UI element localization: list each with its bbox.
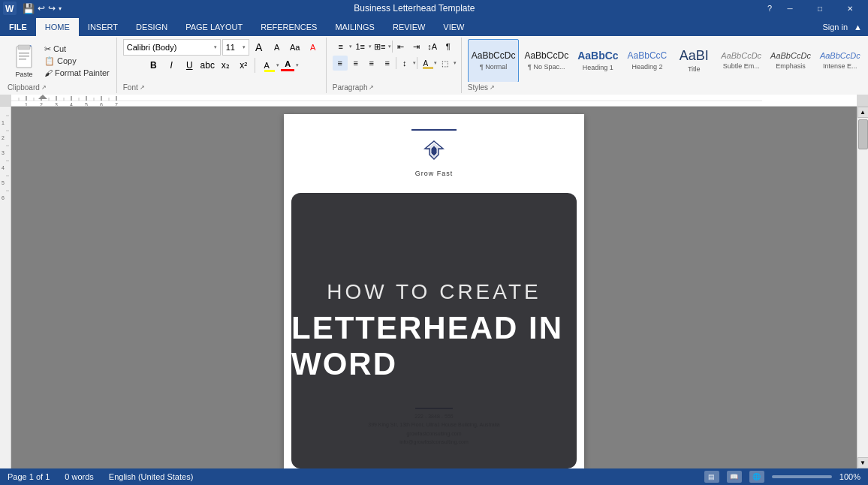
shading-btn[interactable]: A bbox=[418, 56, 433, 71]
paragraph-group: ≡ ▾ 1≡ ▾ ⊞≡ ▾ ⇤ ⇥ ↕A ¶ ≡ ≡ ≡ ≡ ↕ ▾ bbox=[328, 38, 462, 93]
ribbon-content: Paste ✂ Cut 📋 Copy 🖌 Format Painter Clip… bbox=[0, 36, 868, 95]
bullets-dropdown-icon[interactable]: ▾ bbox=[349, 44, 352, 50]
superscript-button[interactable]: x² bbox=[235, 57, 252, 74]
save-icon[interactable]: 💾 bbox=[23, 3, 35, 14]
style-emphasis[interactable]: AaBbCcDc Emphasis bbox=[767, 39, 815, 82]
print-layout-btn[interactable]: ▤ bbox=[704, 471, 719, 483]
tab-page-layout[interactable]: PAGE LAYOUT bbox=[176, 18, 252, 36]
tab-insert[interactable]: INSERT bbox=[79, 18, 127, 36]
tab-home[interactable]: HOME bbox=[36, 18, 79, 36]
font-color-btn[interactable]: A bbox=[281, 59, 294, 71]
title-bar-left: W 💾 ↩ ↪ ▾ bbox=[6, 3, 62, 14]
close-btn[interactable]: ✕ bbox=[838, 0, 862, 17]
sign-in-link[interactable]: Sign in bbox=[822, 23, 848, 32]
underline-button[interactable]: U bbox=[181, 57, 197, 74]
undo-icon[interactable]: ↩ bbox=[38, 3, 45, 14]
help-icon[interactable]: ? bbox=[767, 4, 772, 13]
styles-container: AaBbCcDc ¶ Normal AaBbCcDc ¶ No Spac... … bbox=[468, 39, 868, 82]
highlight-btn[interactable]: A bbox=[258, 57, 275, 74]
font-grow-btn[interactable]: A bbox=[251, 39, 267, 56]
divider bbox=[255, 58, 255, 73]
svg-text:5: 5 bbox=[85, 102, 88, 106]
line-spacing-btn[interactable]: ↕ bbox=[397, 56, 412, 71]
tab-references[interactable]: REFERENCES bbox=[252, 18, 326, 36]
style-normal[interactable]: AaBbCcDc ¶ Normal bbox=[468, 39, 520, 82]
font-dropdown-arrow[interactable]: ▾ bbox=[214, 44, 217, 50]
strikethrough-button[interactable]: abc bbox=[199, 57, 215, 74]
font-color-dropdown-arrow[interactable]: ▾ bbox=[296, 62, 299, 68]
zoom-slider[interactable] bbox=[772, 475, 832, 478]
tab-review[interactable]: REVIEW bbox=[384, 18, 434, 36]
justify-btn[interactable]: ≡ bbox=[380, 56, 395, 71]
svg-text:1: 1 bbox=[2, 120, 5, 125]
multilevel-dropdown-icon[interactable]: ▾ bbox=[388, 44, 391, 50]
font-size-dropdown-arrow[interactable]: ▾ bbox=[243, 44, 246, 50]
numbering-dropdown-icon[interactable]: ▾ bbox=[369, 44, 372, 50]
cut-button[interactable]: ✂ Cut bbox=[42, 44, 112, 55]
style-title[interactable]: AaBI Title bbox=[672, 39, 716, 82]
increase-indent-btn[interactable]: ⇥ bbox=[409, 39, 424, 54]
highlight-dropdown-arrow[interactable]: ▾ bbox=[276, 62, 279, 68]
shading-dropdown-icon[interactable]: ▾ bbox=[434, 60, 437, 66]
paste-button[interactable]: Paste bbox=[8, 40, 41, 82]
font-name-selector[interactable]: Calibri (Body) ▾ bbox=[123, 39, 221, 56]
font-shrink-btn[interactable]: A bbox=[269, 39, 285, 56]
minimize-btn[interactable]: ─ bbox=[778, 0, 802, 17]
style-subtitle[interactable]: AaBbCcDc Subtle Em... bbox=[717, 39, 765, 82]
sort-btn[interactable]: ↕A bbox=[425, 39, 440, 54]
format-painter-button[interactable]: 🖌 Format Painter bbox=[42, 68, 112, 78]
font-size-selector[interactable]: 11 ▾ bbox=[222, 39, 249, 56]
overlay-line2: LETTERHEAD IN WORD bbox=[291, 310, 577, 382]
qat-dropdown-icon[interactable]: ▾ bbox=[59, 5, 62, 12]
font-expand-icon[interactable]: ↗ bbox=[140, 84, 145, 91]
copy-button[interactable]: 📋 Copy bbox=[42, 56, 112, 67]
status-right: ▤ 📖 🌐 100% bbox=[704, 471, 860, 483]
tab-design[interactable]: DESIGN bbox=[127, 18, 176, 36]
overlay-banner: HOW TO CREATE LETTERHEAD IN WORD bbox=[291, 193, 577, 468]
italic-button[interactable]: I bbox=[163, 57, 179, 74]
maximize-btn[interactable]: □ bbox=[808, 0, 832, 17]
font-format-row: B I U abc x₂ x² A ▾ A ▾ bbox=[145, 57, 299, 74]
tab-view[interactable]: VIEW bbox=[434, 18, 473, 36]
zoom-level: 100% bbox=[839, 472, 860, 481]
styles-expand-icon[interactable]: ↗ bbox=[490, 84, 495, 91]
borders-dropdown-icon[interactable]: ▾ bbox=[454, 60, 457, 66]
bold-button[interactable]: B bbox=[145, 57, 161, 74]
clipboard-expand-icon[interactable]: ↗ bbox=[41, 84, 47, 91]
paragraph-expand-icon[interactable]: ↗ bbox=[369, 84, 374, 91]
style-heading2-label: Heading 2 bbox=[631, 63, 662, 71]
web-layout-btn[interactable]: 🌐 bbox=[749, 471, 764, 483]
clear-format-btn[interactable]: A bbox=[305, 39, 321, 56]
style-no-spacing[interactable]: AaBbCcDc ¶ No Spac... bbox=[520, 39, 572, 82]
scroll-thumb[interactable] bbox=[858, 119, 868, 149]
cut-icon: ✂ bbox=[44, 44, 51, 54]
redo-icon[interactable]: ↪ bbox=[48, 3, 56, 14]
bullets-btn[interactable]: ≡ bbox=[333, 39, 348, 54]
language-info: English (United States) bbox=[109, 472, 194, 481]
company-logo bbox=[420, 138, 448, 165]
align-center-btn[interactable]: ≡ bbox=[348, 56, 363, 71]
style-no-spacing-label: ¶ No Spac... bbox=[528, 63, 565, 71]
scroll-down-btn[interactable]: ▼ bbox=[857, 457, 869, 468]
svg-text:4: 4 bbox=[2, 165, 5, 170]
ribbon-collapse-btn[interactable]: ▲ bbox=[854, 23, 862, 32]
style-heading1[interactable]: AaBbCc Heading 1 bbox=[574, 39, 622, 82]
numbering-btn[interactable]: 1≡ bbox=[353, 39, 368, 54]
align-right-btn[interactable]: ≡ bbox=[364, 56, 379, 71]
decrease-indent-btn[interactable]: ⇤ bbox=[393, 39, 408, 54]
tab-file[interactable]: FILE bbox=[0, 18, 36, 36]
show-hide-btn[interactable]: ¶ bbox=[441, 39, 456, 54]
subscript-button[interactable]: x₂ bbox=[217, 57, 234, 74]
read-mode-btn[interactable]: 📖 bbox=[727, 471, 742, 483]
style-heading2[interactable]: AaBbCcC Heading 2 bbox=[624, 39, 671, 82]
multilevel-btn[interactable]: ⊞≡ bbox=[372, 39, 387, 54]
paragraph-row2: ≡ ≡ ≡ ≡ ↕ ▾ A ▾ ⬚ ▾ bbox=[333, 56, 457, 71]
font-case-btn[interactable]: Aa bbox=[287, 39, 303, 56]
scroll-up-btn[interactable]: ▲ bbox=[857, 107, 869, 118]
ruler-track: 1 2 3 4 5 6 7 bbox=[11, 95, 857, 106]
align-left-btn[interactable]: ≡ bbox=[333, 56, 348, 71]
tab-mailings[interactable]: MAILINGS bbox=[326, 18, 384, 36]
style-intense-emphasis[interactable]: AaBbCcDc Intense E... bbox=[816, 39, 864, 82]
line-spacing-dropdown-icon[interactable]: ▾ bbox=[413, 60, 416, 66]
borders-btn[interactable]: ⬚ bbox=[438, 56, 453, 71]
